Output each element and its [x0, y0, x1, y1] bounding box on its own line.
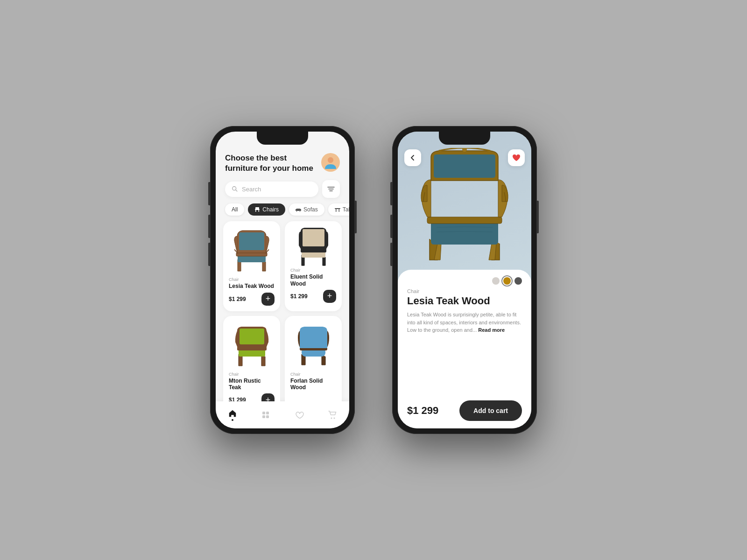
- product-name-eluent: Eluent Solid Wood: [290, 273, 336, 287]
- svg-point-37: [334, 418, 335, 419]
- nav-favorites[interactable]: [289, 407, 310, 422]
- heart-nav-icon: [295, 410, 304, 420]
- svg-rect-22: [239, 232, 264, 250]
- color-option-beige[interactable]: [492, 277, 500, 285]
- color-option-gold[interactable]: [503, 277, 511, 285]
- product-price-row-eluent: $1 299 +: [290, 290, 336, 303]
- add-to-cart-lesia[interactable]: +: [261, 293, 275, 306]
- product-image-eluent: [290, 227, 336, 264]
- cart-nav-icon: [328, 410, 337, 420]
- product-price-eluent: $1 299: [290, 293, 308, 300]
- back-arrow-icon: [409, 154, 416, 161]
- phone1-header: Choose the best furniture for your home: [216, 148, 349, 177]
- product-price-row-mton: $1 299 +: [229, 393, 275, 401]
- svg-rect-32: [262, 412, 265, 414]
- product-price-lesia: $1 299: [229, 296, 246, 302]
- svg-rect-40: [427, 217, 502, 224]
- sofa-icon: [296, 207, 301, 212]
- phone2-screen: Chair Lesia Teak Wood Lesia Teak Wood is…: [398, 132, 531, 428]
- product-card-lesia[interactable]: Chair Lesia Teak Wood $1 299 +: [223, 221, 280, 311]
- phone1-content: Choose the best furniture for your home: [216, 132, 349, 428]
- product-name-forlan: Forlan Solid Wood: [290, 378, 336, 391]
- grid-icon: [261, 410, 270, 420]
- svg-rect-12: [296, 209, 301, 211]
- category-sofas[interactable]: Sofas: [289, 203, 324, 216]
- table-icon: [335, 207, 340, 212]
- phone1-screen: Choose the best furniture for your home: [216, 132, 349, 428]
- svg-rect-18: [336, 209, 337, 212]
- product-name-lesia: Lesia Teak Wood: [229, 283, 275, 289]
- product-name-mton: Mton Rustic Teak: [229, 378, 275, 391]
- color-options: [407, 277, 522, 285]
- nav-grid[interactable]: [255, 407, 276, 422]
- phone1-notch: [257, 132, 308, 145]
- svg-rect-28: [240, 329, 264, 344]
- avatar[interactable]: [321, 153, 340, 172]
- svg-rect-15: [296, 211, 297, 212]
- product-card-eluent[interactable]: Chair Eluent Solid Wood $1 299 +: [285, 221, 342, 311]
- product-card-forlan[interactable]: Chair Forlan Solid Wood: [285, 316, 342, 401]
- filter-button[interactable]: [322, 180, 340, 198]
- home-icon: [228, 409, 237, 418]
- svg-point-2: [328, 157, 333, 163]
- svg-line-4: [236, 190, 238, 192]
- svg-rect-34: [262, 415, 265, 418]
- favorite-button[interactable]: [508, 149, 525, 166]
- detail-product-description: Lesia Teak Wood is surprisingly petite, …: [407, 311, 522, 334]
- svg-rect-19: [338, 209, 339, 212]
- back-button[interactable]: [404, 149, 421, 166]
- search-box[interactable]: Search: [225, 182, 318, 197]
- chair-icon: [254, 207, 260, 212]
- nav-home[interactable]: [222, 406, 243, 424]
- phone2-notch: [439, 132, 490, 145]
- search-row: Search: [216, 177, 349, 201]
- category-chairs[interactable]: Chairs: [248, 203, 285, 216]
- detail-product-name: Lesia Teak Wood: [407, 295, 522, 307]
- svg-rect-35: [266, 415, 269, 418]
- svg-rect-41: [434, 154, 495, 178]
- phones-container: Choose the best furniture for your home: [210, 126, 537, 434]
- nav-cart[interactable]: [322, 407, 343, 422]
- read-more-link[interactable]: Read more: [478, 327, 505, 333]
- product-category-mton: Chair: [229, 372, 275, 377]
- search-icon: [232, 186, 238, 192]
- detail-image-area: [398, 132, 531, 281]
- detail-product-category: Chair: [407, 288, 522, 294]
- category-tables[interactable]: Tables: [328, 203, 349, 216]
- phone-detail-view: Chair Lesia Teak Wood Lesia Teak Wood is…: [392, 126, 537, 434]
- svg-rect-33: [266, 412, 269, 414]
- product-card-mton[interactable]: Chair Mton Rustic Teak $1 299 +: [223, 316, 280, 401]
- search-placeholder: Search: [242, 186, 261, 193]
- phone2-content: Chair Lesia Teak Wood Lesia Teak Wood is…: [398, 132, 531, 428]
- svg-rect-10: [255, 210, 256, 212]
- svg-rect-14: [300, 209, 301, 211]
- product-category-eluent: Chair: [290, 268, 336, 273]
- svg-point-3: [233, 187, 236, 190]
- product-price-mton: $1 299: [229, 397, 246, 401]
- svg-rect-16: [300, 211, 300, 212]
- category-all[interactable]: All: [225, 203, 244, 216]
- product-category-lesia: Chair: [229, 277, 275, 282]
- page-title: Choose the best furniture for your home: [225, 153, 318, 174]
- detail-bottom-bar: $1 299 Add to cart: [407, 395, 522, 428]
- svg-rect-11: [259, 210, 260, 212]
- nav-active-indicator: [232, 419, 233, 421]
- svg-rect-27: [237, 347, 267, 350]
- categories-row: All Chairs: [216, 201, 349, 218]
- product-image-forlan: [290, 322, 336, 368]
- add-to-cart-mton[interactable]: +: [261, 393, 275, 401]
- svg-rect-25: [303, 229, 324, 246]
- phone-list-view: Choose the best furniture for your home: [210, 126, 355, 434]
- product-image-lesia: [229, 227, 275, 273]
- svg-rect-13: [296, 209, 296, 211]
- filter-icon: [327, 186, 335, 192]
- svg-rect-17: [335, 208, 340, 209]
- svg-rect-9: [255, 209, 260, 210]
- color-option-dark[interactable]: [514, 277, 522, 285]
- product-category-forlan: Chair: [290, 372, 336, 377]
- add-to-cart-button[interactable]: Add to cart: [459, 400, 522, 421]
- add-to-cart-eluent[interactable]: +: [323, 290, 336, 303]
- detail-info-panel: Chair Lesia Teak Wood Lesia Teak Wood is…: [398, 270, 531, 428]
- detail-product-price: $1 299: [407, 405, 438, 417]
- bottom-nav: [216, 401, 349, 428]
